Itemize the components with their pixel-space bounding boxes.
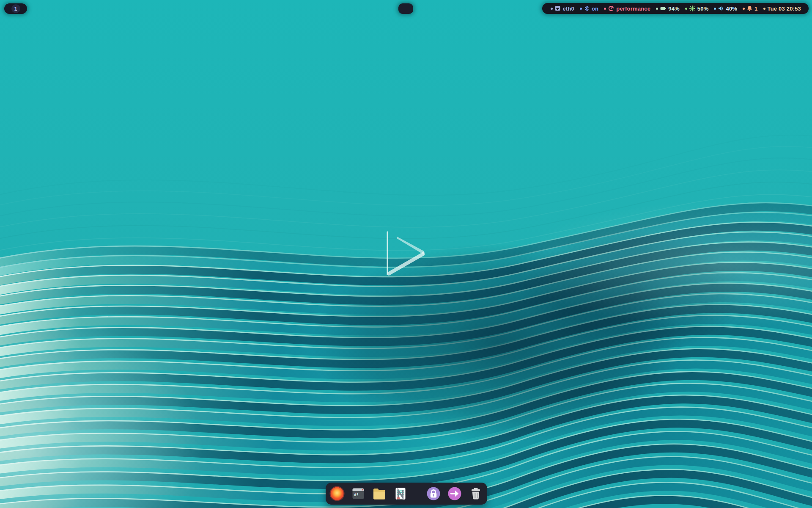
volume-label: 40% — [726, 6, 737, 11]
play-logo-bottom-edge — [387, 251, 425, 276]
lock-icon — [426, 486, 441, 501]
brightness-label: 50% — [697, 6, 709, 11]
status-bar: eth0 on performance 94% — [542, 3, 809, 14]
bell-icon — [747, 6, 752, 11]
file-manager-button[interactable] — [372, 486, 387, 501]
terminal-button[interactable]: #! — [351, 486, 366, 501]
battery-label: 94% — [668, 6, 680, 11]
lock-button[interactable] — [426, 486, 441, 501]
terminal-icon: #! — [351, 486, 366, 501]
module-dot — [551, 8, 553, 10]
terminal-glyph: #! — [354, 492, 359, 497]
network-label: eth0 — [562, 6, 574, 11]
play-logo-top-edge — [397, 237, 424, 255]
module-dot — [656, 8, 658, 10]
workspace-1-button[interactable]: 1 — [11, 4, 20, 13]
clock-module[interactable]: Tue 03 20:53 — [763, 6, 801, 11]
notes-button[interactable] — [393, 486, 408, 501]
bluetooth-module[interactable]: on — [580, 6, 598, 11]
speaker-icon — [718, 6, 724, 11]
ethernet-icon — [555, 6, 560, 11]
workspace-label: 1 — [14, 6, 17, 12]
notifications-count: 1 — [754, 6, 757, 11]
dock: #! — [326, 483, 487, 505]
battery-icon — [660, 6, 666, 11]
folder-icon — [372, 486, 387, 501]
power-profile-module[interactable]: performance — [604, 6, 650, 11]
module-dot — [604, 8, 606, 10]
volume-module[interactable]: 40% — [714, 6, 737, 11]
workspace-indicator: 1 — [4, 3, 27, 14]
brightness-module[interactable]: 50% — [685, 6, 709, 11]
brightness-icon — [689, 6, 695, 11]
play-logo — [387, 231, 425, 278]
module-dot — [743, 8, 745, 10]
trash-icon — [468, 486, 483, 501]
notes-icon — [393, 486, 408, 501]
battery-module[interactable]: 94% — [656, 6, 680, 11]
power-profile-label: performance — [616, 6, 650, 11]
logout-button[interactable] — [447, 486, 462, 501]
bluetooth-label: on — [592, 6, 598, 11]
bluetooth-icon — [584, 6, 590, 11]
network-module[interactable]: eth0 — [551, 6, 574, 11]
sun-glow-icon — [329, 486, 345, 501]
notifications-module[interactable]: 1 — [743, 6, 757, 11]
module-dot — [685, 8, 687, 10]
logout-arrow-icon — [447, 486, 462, 501]
gauge-icon — [608, 6, 614, 11]
module-dot — [580, 8, 582, 10]
sun-launcher-button[interactable] — [329, 486, 345, 501]
window-indicator-widget — [398, 3, 413, 14]
module-dot — [714, 8, 716, 10]
play-logo-bar — [387, 232, 388, 275]
module-dot — [763, 8, 765, 10]
trash-button[interactable] — [468, 486, 483, 501]
clock-label: Tue 03 20:53 — [768, 6, 801, 11]
